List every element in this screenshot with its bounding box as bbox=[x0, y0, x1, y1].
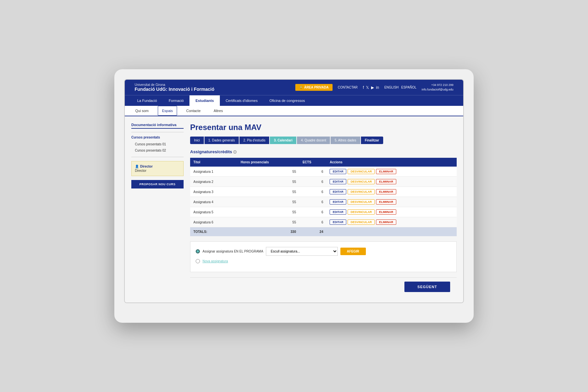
area-privada-button[interactable]: 🔒 ÀREA PRIVADA bbox=[295, 84, 333, 91]
cell-hores: 55 bbox=[237, 197, 299, 207]
desvincular-button-1[interactable]: DESVINCULAR bbox=[348, 179, 375, 184]
nav-item-certificats[interactable]: Certificats d'idiomes bbox=[220, 95, 264, 106]
lock-icon: 🔒 bbox=[299, 86, 303, 89]
cell-ects: 6 bbox=[299, 177, 326, 187]
table-row: Assignatura 5 55 6 EDITAR DESVINCULAR EL… bbox=[190, 207, 457, 217]
info-icon[interactable]: ⓘ bbox=[233, 150, 237, 154]
radio-nova[interactable] bbox=[196, 259, 200, 263]
subnav-qui-som[interactable]: Qui som bbox=[131, 106, 153, 115]
person-icon: 👤 bbox=[135, 165, 139, 168]
cell-titol: Assignatura 6 bbox=[190, 217, 237, 227]
assignatures-table: Títol Hores presencials ECTS Accions Ass… bbox=[190, 158, 457, 236]
director-name: Director bbox=[135, 169, 180, 172]
step-calendari[interactable]: 3. Calendari bbox=[270, 137, 296, 144]
sidebar-courses-title: Cursos presentats bbox=[131, 136, 184, 139]
nav-item-la-fundacio[interactable]: La Fundació bbox=[131, 95, 163, 106]
cell-ects: 6 bbox=[299, 207, 326, 217]
bottom-bar: SEGÜENT bbox=[190, 277, 457, 296]
main-nav: La Fundació Formació Estudiants Certific… bbox=[125, 95, 463, 106]
subnav-espais[interactable]: Espais bbox=[158, 106, 177, 116]
eliminar-button-4[interactable]: ELIMINAR bbox=[376, 209, 396, 215]
radio-row: Assignar assignatura EN EL PROGRAMA Escu… bbox=[196, 247, 451, 256]
col-hores: Hores presencials bbox=[237, 158, 299, 167]
twitter-icon[interactable]: 𝕏 bbox=[366, 85, 369, 90]
editar-button-5[interactable]: EDITAR bbox=[330, 220, 346, 225]
desvincular-button-2[interactable]: DESVINCULAR bbox=[348, 189, 375, 194]
sidebar-item-cursos-02[interactable]: Cursos presentats 02 bbox=[131, 147, 184, 154]
cell-hores: 55 bbox=[237, 167, 299, 177]
nova-radio-row: Nova assignatura bbox=[196, 259, 451, 263]
sidebar-item-cursos-01[interactable]: Cursos presentats 01 bbox=[131, 141, 184, 147]
cell-ects: 6 bbox=[299, 187, 326, 197]
cell-ects: 6 bbox=[299, 167, 326, 177]
linkedin-icon[interactable]: in bbox=[376, 85, 379, 90]
contactar-link[interactable]: CONTACTAR bbox=[338, 86, 358, 89]
eliminar-button-3[interactable]: ELIMINAR bbox=[376, 199, 396, 204]
eliminar-button-5[interactable]: ELIMINAR bbox=[376, 220, 396, 225]
cell-accions: EDITAR DESVINCULAR ELIMINAR bbox=[326, 207, 457, 217]
cell-hores: 55 bbox=[237, 217, 299, 227]
top-bar: Universitat de Girona Fundació UdG: Inno… bbox=[125, 80, 463, 95]
logo-line2: Fundació UdG: Innovació i Formació bbox=[135, 87, 214, 92]
assignatura-select[interactable]: Escull assignatura... bbox=[266, 247, 338, 256]
editar-button-3[interactable]: EDITAR bbox=[330, 199, 346, 204]
step-finalitzar[interactable]: Finalitzar bbox=[361, 137, 383, 144]
editar-button-4[interactable]: EDITAR bbox=[330, 209, 346, 215]
proposar-nou-curs-button[interactable]: PROPOSAR NOU CURS bbox=[131, 180, 184, 188]
subnav-contacte[interactable]: Contacte bbox=[182, 106, 204, 115]
nav-item-formacio[interactable]: Formació bbox=[163, 95, 190, 106]
step-dades-generals[interactable]: 1. Dades generals bbox=[204, 137, 239, 144]
desvincular-button-4[interactable]: DESVINCULAR bbox=[348, 209, 375, 215]
select-row: Escull assignatura... AFEGIR bbox=[266, 247, 366, 256]
social-icons: f 𝕏 ▶ in bbox=[363, 85, 379, 90]
cell-accions: EDITAR DESVINCULAR ELIMINAR bbox=[326, 177, 457, 187]
content-area: Documentació informativa Cursos presenta… bbox=[125, 116, 463, 302]
table-row: Assignatura 6 55 6 EDITAR DESVINCULAR EL… bbox=[190, 217, 457, 227]
eliminar-button-0[interactable]: ELIMINAR bbox=[376, 169, 396, 174]
desvincular-button-0[interactable]: DESVINCULAR bbox=[348, 169, 375, 174]
desvincular-button-3[interactable]: DESVINCULAR bbox=[348, 199, 375, 204]
cell-accions: EDITAR DESVINCULAR ELIMINAR bbox=[326, 167, 457, 177]
youtube-icon[interactable]: ▶ bbox=[371, 85, 374, 90]
table-row: Assignatura 4 55 6 EDITAR DESVINCULAR EL… bbox=[190, 197, 457, 207]
editar-button-1[interactable]: EDITAR bbox=[330, 179, 346, 184]
main-content: Presentar una MAV Inici 1. Dades general… bbox=[190, 123, 457, 296]
nova-assignatura-link[interactable]: Nova assignatura bbox=[203, 259, 228, 263]
table-section: Assignatures/crèdits ⓘ Títol Hores prese… bbox=[190, 149, 457, 236]
radio-programa[interactable] bbox=[196, 249, 200, 253]
step-pla-estudis[interactable]: 2. Pla d'estudis bbox=[239, 137, 270, 144]
director-box: 👤 Director Director bbox=[131, 161, 184, 176]
cell-titol: Assignatura 5 bbox=[190, 207, 237, 217]
editar-button-0[interactable]: EDITAR bbox=[330, 169, 346, 174]
cell-hores: 55 bbox=[237, 177, 299, 187]
facebook-icon[interactable]: f bbox=[363, 85, 364, 90]
editar-button-2[interactable]: EDITAR bbox=[330, 189, 346, 194]
sidebar-doc-title: Documentació informativa bbox=[131, 123, 184, 129]
nav-item-oficina[interactable]: Oficina de congressos bbox=[264, 95, 311, 106]
logo-line1: Universitat de Girona bbox=[135, 83, 214, 87]
lang-en[interactable]: ENGLISH bbox=[384, 86, 399, 89]
step-quadre-docent[interactable]: 4. Quadre docent bbox=[297, 137, 330, 144]
totals-ects: 24 bbox=[299, 227, 326, 237]
col-titol: Títol bbox=[190, 158, 237, 167]
cell-hores: 55 bbox=[237, 187, 299, 197]
step-altres-dades[interactable]: 5. Altres dades bbox=[331, 137, 360, 144]
lang-es[interactable]: ESPAÑOL bbox=[401, 86, 416, 89]
nav-item-estudiants[interactable]: Estudiants bbox=[189, 95, 220, 106]
seguent-button[interactable]: SEGÜENT bbox=[404, 282, 450, 292]
afegir-button[interactable]: AFEGIR bbox=[340, 248, 366, 255]
col-accions: Accions bbox=[326, 158, 457, 167]
logo-area: Universitat de Girona Fundació UdG: Inno… bbox=[135, 83, 214, 92]
cell-titol: Assignatura 2 bbox=[190, 177, 237, 187]
totals-hores: 330 bbox=[237, 227, 299, 237]
table-section-title: Assignatures/crèdits ⓘ bbox=[190, 149, 457, 155]
desvincular-button-5[interactable]: DESVINCULAR bbox=[348, 220, 375, 225]
eliminar-button-1[interactable]: ELIMINAR bbox=[376, 179, 396, 184]
table-row: Assignatura 2 55 6 EDITAR DESVINCULAR EL… bbox=[190, 177, 457, 187]
step-inici[interactable]: Inici bbox=[190, 137, 204, 144]
eliminar-button-2[interactable]: ELIMINAR bbox=[376, 189, 396, 194]
cell-hores: 55 bbox=[237, 207, 299, 217]
subnav-altres[interactable]: Altres bbox=[210, 106, 227, 115]
director-title: 👤 Director bbox=[135, 165, 180, 168]
lang-links: ENGLISH ESPAÑOL bbox=[384, 86, 416, 89]
